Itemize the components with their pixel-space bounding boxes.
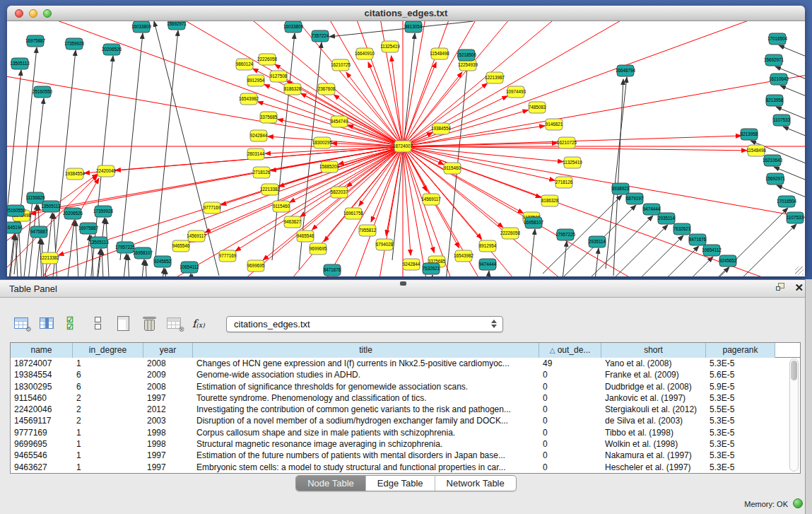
function-builder-icon[interactable]: f(x) (191, 315, 210, 333)
graph-edge[interactable] (589, 225, 668, 276)
table-cell: 1 (73, 450, 143, 461)
tab-edge-table[interactable]: Edge Table (366, 476, 435, 491)
network-canvas[interactable]: 1872400798601242222605889129549127508818… (7, 21, 805, 276)
table-row[interactable]: 911546021997Tourette syndrome. Phenomeno… (11, 392, 800, 404)
clear-selection-icon[interactable] (89, 315, 108, 333)
graph-edge[interactable] (780, 86, 805, 111)
graph-edge[interactable] (403, 21, 805, 146)
graph-node-label: 18300295 (312, 140, 333, 145)
graph-edge[interactable] (403, 21, 805, 146)
table-cell: 5.3E-5 (706, 450, 775, 461)
table-row[interactable]: 1830029562008Estimation of significance … (11, 381, 800, 392)
graph-edge[interactable] (411, 275, 433, 276)
window-titlebar[interactable]: citations_edges.txt (7, 6, 805, 21)
table-row[interactable]: 946362711997Embryonic stem cells: a mode… (11, 462, 800, 473)
graph-edge[interactable] (403, 146, 411, 255)
graph-edge[interactable] (123, 259, 144, 276)
table-cell: 9699695 (11, 438, 73, 450)
table-cell: 0 (539, 415, 601, 426)
graph-edge[interactable] (634, 257, 713, 276)
desktop-background: citations_edges.txt 18724007986012422226… (0, 0, 812, 514)
graph-node-label: 9115460 (444, 165, 461, 170)
graph-node-label: 16975887 (78, 226, 99, 230)
graph-edge[interactable] (403, 146, 541, 197)
graph-node-label: 5822037 (331, 189, 348, 194)
graph-edge[interactable] (468, 271, 489, 276)
scrollbar-thumb[interactable] (791, 361, 797, 380)
graph-node-label: 18724007 (393, 144, 413, 148)
graph-edge[interactable] (286, 81, 403, 146)
table-cell: 5.3E-5 (706, 358, 775, 369)
graph-edge[interactable] (300, 146, 403, 217)
graph-edge[interactable] (620, 246, 699, 276)
column-header-short[interactable]: short (601, 343, 706, 358)
graph-edge[interactable] (403, 146, 482, 239)
tab-network-table[interactable]: Network Table (435, 476, 516, 491)
graph-node-label: 11156829 (25, 195, 45, 200)
graph-edge[interactable] (79, 249, 100, 276)
table-vertical-scrollbar[interactable] (789, 358, 799, 472)
graph-edge[interactable] (58, 146, 403, 255)
table-cell: 18300295 (11, 381, 73, 392)
graph-edge[interactable] (403, 110, 529, 146)
graph-node-label: 9465546 (297, 233, 314, 238)
graph-node-label: 11548498 (746, 148, 766, 153)
panel-drag-handle[interactable] (400, 281, 406, 286)
close-panel-icon[interactable]: ✕ (794, 283, 804, 292)
graph-node-label: 16033809 (283, 24, 304, 29)
column-header-out_de[interactable]: △ out_de... (539, 343, 601, 358)
canvas-resize-grip[interactable] (795, 267, 804, 275)
select-rows-icon[interactable] (64, 315, 83, 333)
graph-edge[interactable] (717, 224, 796, 276)
table-cell: Tibbo et al. (1998) (601, 427, 706, 438)
table-row[interactable]: 2242004622012Investigating the contribut… (11, 404, 800, 415)
graph-node-label: 9860124 (236, 62, 254, 66)
graph-edge[interactable] (359, 146, 403, 206)
table-row[interactable]: 946554611997Estimation of the future num… (11, 450, 800, 461)
graph-node-label: 10974493 (506, 89, 526, 94)
column-header-name[interactable]: name (11, 343, 73, 358)
graph-edge[interactable] (275, 64, 403, 146)
column-header-year[interactable]: year (143, 343, 193, 358)
graph-edge[interactable] (106, 218, 116, 276)
float-panel-icon[interactable] (776, 283, 786, 292)
graph-edge[interactable] (268, 136, 403, 146)
graph-edge[interactable] (783, 127, 805, 152)
graph-edge[interactable] (329, 21, 473, 37)
table-cell: 0 (539, 438, 601, 450)
table-cell: 0 (539, 427, 601, 438)
graph-edge[interactable] (88, 21, 403, 146)
graph-edge[interactable] (53, 50, 76, 276)
graph-edge[interactable] (403, 21, 563, 146)
graph-edge[interactable] (403, 21, 805, 146)
graph-edge[interactable] (650, 267, 729, 276)
select-column-icon[interactable] (38, 315, 57, 333)
graph-edge[interactable] (574, 216, 653, 276)
table-row[interactable]: 1456911722003Disruption of a novel membe… (11, 415, 800, 426)
new-table-icon[interactable] (114, 315, 134, 333)
graph-edge[interactable] (604, 235, 683, 276)
table-selector-dropdown[interactable]: citations_edges.txt (226, 316, 503, 332)
graph-edge[interactable] (403, 21, 805, 146)
column-header-title[interactable]: title (193, 343, 539, 358)
column-header-in_degree[interactable]: in_degree (73, 343, 143, 358)
delete-table-icon[interactable] (140, 315, 159, 333)
graph-edge[interactable] (403, 146, 555, 180)
table-cell: Tourette syndrome. Phenomenology and cla… (193, 392, 539, 404)
table-row[interactable]: 969969511998Structural magnetic resonanc… (11, 438, 800, 450)
graph-edge[interactable] (403, 21, 805, 146)
tab-node-table[interactable]: Node Table (296, 476, 366, 491)
table-row[interactable]: 977716911998Corpus callosum shape and si… (11, 427, 800, 438)
graph-edge[interactable] (546, 241, 567, 276)
table-row[interactable]: 1872400712008Changes of HCN gene express… (11, 358, 800, 369)
table-panel-header: Table Panel ✕ (0, 280, 812, 298)
table-row[interactable]: 1938455462009Genome-wide association stu… (11, 369, 800, 380)
graph-edge[interactable] (606, 77, 627, 269)
graph-edge[interactable] (102, 250, 112, 276)
table-cell: 1998 (143, 438, 193, 450)
table-settings-icon[interactable]: ⚙ (13, 315, 32, 333)
graph-edge[interactable] (192, 274, 202, 276)
graph-edge[interactable] (165, 269, 175, 276)
graph-edge[interactable] (403, 21, 805, 146)
column-header-pagerank[interactable]: pagerank (706, 343, 775, 358)
